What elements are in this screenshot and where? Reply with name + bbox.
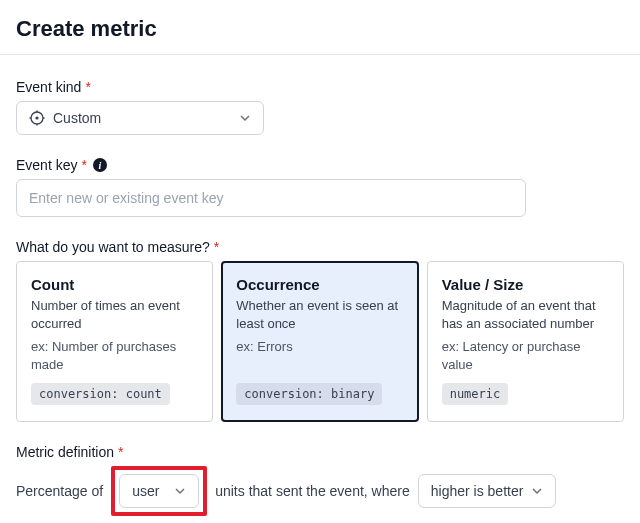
event-key-input[interactable] [16, 179, 526, 217]
measure-option-count[interactable]: Count Number of times an event occurred … [16, 261, 213, 422]
measure-option-value-size[interactable]: Value / Size Magnitude of an event that … [427, 261, 624, 422]
measure-option-desc: Whether an event is seen at least once [236, 297, 403, 332]
custom-event-icon [29, 110, 45, 126]
info-icon[interactable]: i [93, 158, 107, 172]
required-asterisk: * [85, 79, 90, 95]
chevron-down-icon [239, 112, 251, 124]
metric-definition-label: Metric definition * [16, 444, 624, 460]
measure-option-desc: Magnitude of an event that has an associ… [442, 297, 609, 332]
divider [0, 54, 640, 55]
measure-label: What do you want to measure? * [16, 239, 624, 255]
unit-highlight: user [111, 466, 207, 516]
measure-option-title: Count [31, 276, 198, 293]
measure-option-example: ex: Number of purchases made [31, 338, 198, 373]
event-kind-label: Event kind * [16, 79, 624, 95]
event-kind-select[interactable]: Custom [16, 101, 264, 135]
event-kind-label-text: Event kind [16, 79, 81, 95]
measure-option-example: ex: Latency or purchase value [442, 338, 609, 373]
unit-value: user [132, 483, 159, 499]
measure-option-occurrence[interactable]: Occurrence Whether an event is seen at l… [221, 261, 418, 422]
metric-definition-label-text: Metric definition [16, 444, 114, 460]
measure-label-text: What do you want to measure? [16, 239, 210, 255]
measure-option-example: ex: Errors [236, 338, 403, 356]
chevron-down-icon [174, 485, 186, 497]
measure-options: Count Number of times an event occurred … [16, 261, 624, 422]
required-asterisk: * [214, 239, 219, 255]
measure-option-tag: conversion: binary [236, 383, 382, 405]
required-asterisk: * [81, 157, 86, 173]
measure-option-tag: numeric [442, 383, 509, 405]
event-key-label-text: Event key [16, 157, 77, 173]
page-title: Create metric [16, 16, 624, 42]
chevron-down-icon [531, 485, 543, 497]
measure-option-title: Occurrence [236, 276, 403, 293]
direction-value: higher is better [431, 483, 524, 499]
definition-prefix-text: Percentage of [16, 483, 103, 499]
event-kind-value: Custom [53, 110, 101, 126]
definition-middle-text: units that sent the event, where [215, 483, 410, 499]
required-asterisk: * [118, 444, 123, 460]
svg-point-1 [35, 116, 38, 119]
event-key-label: Event key * i [16, 157, 624, 173]
metric-definition-row: Percentage of user units that sent the e… [16, 466, 624, 516]
measure-option-desc: Number of times an event occurred [31, 297, 198, 332]
measure-option-tag: conversion: count [31, 383, 170, 405]
unit-select[interactable]: user [119, 474, 199, 508]
measure-option-title: Value / Size [442, 276, 609, 293]
direction-select[interactable]: higher is better [418, 474, 557, 508]
